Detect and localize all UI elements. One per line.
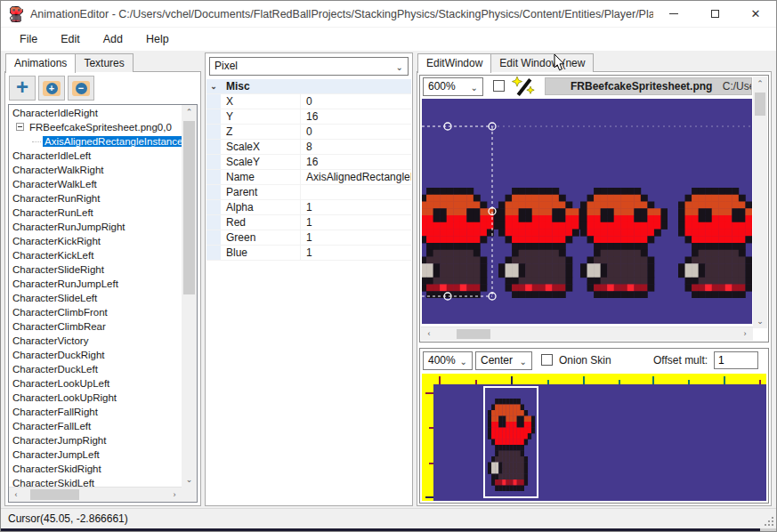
remove-frame-button[interactable]: − (68, 76, 94, 101)
spritesheet-file-bar[interactable]: FRBeefcakeSpritesheet.png C:/Users/vc (545, 77, 752, 95)
resize-grip-icon[interactable] (763, 515, 773, 526)
chevron-down-icon: ⌄ (460, 353, 467, 370)
tree-item-selected[interactable]: AxisAlignedRectangleInstance (9, 134, 182, 149)
maximize-button[interactable] (694, 1, 735, 27)
tree-item[interactable]: CharacterKickLeft (9, 248, 182, 262)
preview-ruler-left (422, 374, 433, 501)
magic-wand-icon[interactable] (511, 76, 538, 98)
tree-item-root[interactable]: CharacterIdleRight (9, 106, 182, 120)
scroll-down-icon[interactable]: ⌄ (182, 474, 197, 485)
property-panel: Pixel ⌄ ⌄MiscX0Y16Z0ScaleX8ScaleY16NameA… (205, 52, 413, 506)
menu-file[interactable]: File (8, 29, 49, 49)
selection-rectangle[interactable] (422, 99, 752, 324)
editor-hscroll-thumb[interactable] (457, 329, 490, 339)
menubar: File Edit Add Help (1, 28, 776, 51)
close-button[interactable]: ✕ (735, 1, 776, 27)
preview-zoom-dropdown[interactable]: 400% ⌄ (423, 351, 473, 370)
offset-mult-label: Offset mult: (653, 354, 708, 367)
tab-animations[interactable]: Animations (5, 53, 76, 73)
property-row-scaley[interactable]: ScaleY16 (206, 155, 411, 170)
property-category[interactable]: ⌄Misc (206, 79, 411, 94)
menu-help[interactable]: Help (134, 29, 181, 49)
tree-item[interactable]: CharacterRunLeft (9, 206, 182, 220)
tab-editwindow[interactable]: EditWindow (417, 53, 491, 73)
scroll-up-icon[interactable]: ⌃ (182, 107, 197, 117)
tree-item[interactable]: CharacterKickRight (9, 234, 182, 248)
preview-align-value: Center (481, 354, 513, 367)
tree-item[interactable]: CharacterSkidRight (9, 462, 182, 476)
tab-textures[interactable]: Textures (75, 53, 133, 72)
property-row-name[interactable]: NameAxisAlignedRectangleInsta (206, 170, 411, 185)
mouse-cursor-icon (554, 54, 566, 72)
scroll-left-icon[interactable]: ‹ (12, 488, 20, 502)
property-row-y[interactable]: Y16 (206, 109, 411, 125)
tree-vscroll-thumb[interactable] (183, 121, 195, 294)
property-row-red[interactable]: Red1 (206, 215, 411, 230)
scroll-down-icon[interactable]: ⌄ (753, 317, 767, 326)
tree-item[interactable]: CharacterLookUpRight (9, 391, 182, 405)
tree-item[interactable]: CharacterDuckRight (9, 348, 182, 362)
chevron-down-icon: ⌄ (520, 353, 527, 370)
property-row-blue[interactable]: Blue1 (206, 246, 411, 261)
tree-item[interactable]: CharacterClimbRear (9, 319, 182, 334)
titlebar[interactable]: AnimationEditor - C:/Users/vchel/Documen… (1, 1, 776, 28)
editor-vscrollbar[interactable]: ⌃ ⌄ (753, 77, 767, 328)
tree-item[interactable]: CharacterRunJumpRight (9, 220, 182, 234)
property-row-z[interactable]: Z0 (206, 125, 411, 140)
property-row-scalex[interactable]: ScaleX8 (206, 140, 411, 155)
property-row-parent[interactable]: Parent (206, 185, 411, 200)
tree-item[interactable]: CharacterDuckLeft (9, 362, 182, 376)
menu-add[interactable]: Add (92, 29, 134, 49)
property-row-alpha[interactable]: Alpha1 (206, 200, 411, 215)
tree-item[interactable]: CharacterRunJumpLeft (9, 277, 182, 291)
tree-item[interactable]: CharacterIdleLeft (9, 149, 182, 163)
onion-skin-checkbox[interactable] (541, 354, 553, 366)
snap-checkbox[interactable] (493, 80, 505, 92)
animation-editor-window: AnimationEditor - C:/Users/vchel/Documen… (0, 0, 777, 532)
property-row-green[interactable]: Green1 (206, 230, 411, 246)
preview-align-dropdown[interactable]: Center ⌄ (475, 351, 532, 370)
minimize-button[interactable] (653, 1, 694, 27)
tree-item-frame[interactable]: FRBeefcakeSpritesheet.png0,0 (9, 120, 182, 134)
tree-item[interactable]: CharacterLookUpLeft (9, 376, 182, 391)
chevron-down-icon: ⌄ (471, 79, 478, 96)
close-icon: ✕ (751, 8, 761, 20)
scroll-right-icon[interactable]: › (170, 488, 179, 502)
menu-edit[interactable]: Edit (49, 29, 92, 49)
collapse-icon[interactable] (16, 123, 24, 131)
offset-mult-input[interactable] (714, 351, 758, 369)
tree-item[interactable]: CharacterJumpLeft (9, 447, 182, 462)
property-row-x[interactable]: X0 (206, 94, 411, 109)
tree-item[interactable]: CharacterFallRight (9, 405, 182, 419)
tree-item[interactable]: CharacterVictory (9, 334, 182, 348)
add-animation-button[interactable]: + (9, 76, 36, 101)
object-type-dropdown[interactable]: Pixel ⌄ (209, 57, 409, 76)
tree-item[interactable]: CharacterWalkLeft (9, 177, 182, 191)
scroll-left-icon[interactable]: ‹ (425, 327, 433, 341)
tree-vscrollbar[interactable]: ⌃ ⌄ (182, 105, 197, 487)
animations-panel: Animations Textures + + − CharacterIdleR… (4, 71, 201, 506)
tree-hscrollbar[interactable]: ‹ › (9, 487, 182, 502)
tree-hscroll-thumb[interactable] (30, 489, 79, 500)
tree-item[interactable]: CharacterJumpRight (9, 433, 182, 447)
editor-zoom-dropdown[interactable]: 600% ⌄ (423, 77, 483, 96)
tree-item[interactable]: CharacterClimbFront (9, 305, 182, 319)
tree-item[interactable]: CharacterSlideLeft (9, 291, 182, 305)
tree-item[interactable]: CharacterSlideRight (9, 262, 182, 277)
editor-vscroll-thumb[interactable] (755, 93, 765, 116)
preview-character-sprite (488, 399, 535, 494)
tree-item[interactable]: CharacterRunRight (9, 191, 182, 206)
scroll-right-icon[interactable]: › (741, 327, 749, 341)
property-grid: ⌄MiscX0Y16Z0ScaleX8ScaleY16NameAxisAlign… (206, 79, 411, 261)
editor-hscrollbar[interactable]: ‹ › (421, 326, 753, 341)
spritesheet-filename: FRBeefcakeSpritesheet.png (571, 80, 712, 93)
spritesheet-canvas[interactable] (422, 99, 752, 324)
taskbar-edge (1, 528, 776, 532)
add-frame-button[interactable]: + (38, 76, 65, 101)
tree-item[interactable]: CharacterWalkRight (9, 163, 182, 177)
tree-item[interactable]: CharacterFallLeft (9, 419, 182, 433)
scroll-up-icon[interactable]: ⌃ (753, 79, 767, 88)
tree-item[interactable]: CharacterSkidLeft (9, 476, 182, 487)
preview-canvas[interactable] (422, 374, 766, 501)
tab-editwindow-new[interactable]: Edit Window (new (490, 53, 594, 72)
